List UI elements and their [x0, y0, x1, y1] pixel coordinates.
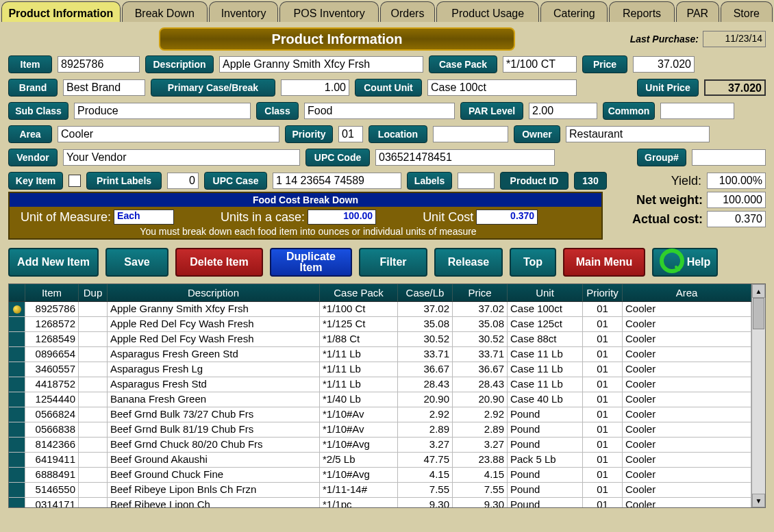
description-field[interactable]: Apple Granny Smith Xfcy Frsh — [219, 56, 423, 73]
filter-button[interactable]: Filter — [359, 248, 427, 277]
tab-par[interactable]: PAR — [676, 1, 719, 22]
location-field[interactable] — [433, 126, 508, 142]
grid-scrollbar[interactable]: ▲ ▼ — [751, 284, 765, 507]
print-labels-field[interactable]: 0 — [167, 173, 199, 189]
food-cost-breakdown-box: Food Cost Break Down Unit of Measure: Ea… — [8, 192, 603, 240]
upc-code-field[interactable]: 036521478451 — [375, 149, 555, 166]
owner-field[interactable]: Restaurant — [566, 126, 710, 142]
upc-code-button[interactable]: UPC Code — [305, 149, 370, 166]
labels-field[interactable] — [458, 173, 495, 189]
row-marker-icon — [13, 305, 21, 314]
tab-break-down[interactable]: Break Down — [122, 1, 208, 22]
add-new-item-button[interactable]: Add New Item — [8, 248, 99, 277]
priority-button[interactable]: Priority — [285, 125, 333, 143]
table-row[interactable]: 1268572Apple Red Del Fcy Wash Fresh*1/12… — [9, 317, 751, 332]
save-button[interactable]: Save — [105, 248, 168, 277]
unit-price-field: 37.020 — [704, 79, 766, 96]
unit-price-button[interactable]: Unit Price — [637, 79, 699, 97]
common-field[interactable] — [660, 103, 734, 119]
tab-reports[interactable]: Reports — [609, 1, 675, 22]
grid-header: Item Dup Description Case Pack Case/Lb P… — [9, 284, 751, 302]
vendor-field[interactable]: Your Vendor — [63, 149, 300, 166]
count-unit-button[interactable]: Count Unit — [355, 79, 422, 97]
location-button[interactable]: Location — [369, 125, 427, 143]
labels-button[interactable]: Labels — [407, 172, 452, 190]
scroll-thumb[interactable] — [753, 298, 764, 329]
item-field[interactable]: 8925786 — [58, 56, 140, 73]
primary-case-break-button[interactable]: Primary Case/Break — [151, 79, 275, 97]
table-row[interactable]: 0566824Beef Grnd Bulk 73/27 Chub Frs*1/1… — [9, 407, 751, 422]
last-purchase-label: Last Purchase: — [630, 34, 699, 45]
main-menu-button[interactable]: Main Menu — [563, 248, 645, 277]
scroll-up-icon[interactable]: ▲ — [752, 284, 765, 298]
subclass-button[interactable]: Sub Class — [8, 102, 68, 120]
class-button[interactable]: Class — [256, 102, 299, 120]
print-labels-button[interactable]: Print Labels — [86, 172, 162, 190]
upc-case-field[interactable]: 1 14 23654 74589 — [273, 173, 401, 189]
table-row[interactable]: 6888491Beef Ground Chuck Fine*1/10#Avg4.… — [9, 468, 751, 483]
group-field[interactable] — [692, 149, 766, 166]
uom-label: Unit of Measure: — [21, 210, 111, 225]
yield-field[interactable]: 100.00% — [707, 173, 766, 189]
table-row[interactable]: 0566838Beef Grnd Bulk 81/19 Chub Frs*1/1… — [9, 422, 751, 438]
duplicate-item-button[interactable]: DuplicateItem — [270, 248, 352, 277]
product-id-value: 130 — [574, 172, 607, 190]
casepack-field[interactable]: *1/100 CT — [503, 56, 577, 73]
vendor-button[interactable]: Vendor — [8, 149, 58, 166]
tab-product-information[interactable]: Product Information — [1, 1, 121, 22]
table-row[interactable]: 0314171Beef Ribeye Lipon Ch*1/1pc9.309.3… — [9, 498, 751, 507]
class-field[interactable]: Food — [304, 103, 455, 119]
table-row[interactable]: 5146550Beef Ribeye Lipon Bnls Ch Frzn*1/… — [9, 483, 751, 498]
product-id-label: Product ID — [500, 172, 569, 190]
table-row[interactable]: 1254440Banana Fresh Green*1/40 Lb20.9020… — [9, 392, 751, 407]
price-button[interactable]: Price — [582, 55, 627, 73]
delete-item-button[interactable]: Delete Item — [175, 248, 263, 277]
area-button[interactable]: Area — [8, 125, 52, 143]
actualcost-field[interactable]: 0.370 — [707, 211, 766, 227]
last-purchase-value: 11/23/14 — [703, 31, 766, 47]
table-row[interactable]: 6419411Beef Ground Akaushi*2/5 Lb47.7523… — [9, 453, 751, 468]
tab-catering[interactable]: Catering — [540, 1, 608, 22]
priority-field[interactable]: 01 — [338, 126, 363, 142]
uom-field[interactable]: Each — [114, 210, 174, 225]
netweight-label: Net weight: — [636, 193, 703, 207]
table-row[interactable]: 4418752Asparagus Fresh Std*1/11 Lb28.432… — [9, 377, 751, 392]
table-row[interactable]: 3460557Asparagus Fresh Lg*1/11 Lb36.6736… — [9, 362, 751, 377]
unitcost-field[interactable]: 0.370 — [476, 210, 538, 225]
key-item-button[interactable]: Key Item — [8, 172, 63, 190]
top-button[interactable]: Top — [510, 248, 556, 277]
tab-orders[interactable]: Orders — [380, 1, 435, 22]
subclass-field[interactable]: Produce — [74, 103, 251, 119]
tab-store[interactable]: Store — [721, 1, 773, 22]
primary-case-break-field[interactable]: 1.00 — [281, 79, 349, 96]
help-button[interactable]: Help — [652, 248, 718, 277]
tab-inventory[interactable]: Inventory — [209, 1, 279, 22]
owner-button[interactable]: Owner — [514, 125, 560, 143]
casepack-button[interactable]: Case Pack — [429, 55, 497, 73]
brand-button[interactable]: Brand — [8, 79, 58, 97]
yield-label: Yield: — [671, 174, 701, 188]
breakdown-title: Food Cost Break Down — [10, 193, 601, 207]
price-field[interactable]: 37.020 — [633, 56, 695, 73]
unitsincase-field[interactable]: 100.00 — [308, 210, 376, 225]
scroll-down-icon[interactable]: ▼ — [752, 494, 765, 507]
description-button[interactable]: Description — [145, 55, 214, 73]
item-button[interactable]: Item — [8, 55, 52, 73]
table-row[interactable]: 1268549Apple Red Del Fcy Wash Fresh*1/88… — [9, 332, 751, 347]
table-row[interactable]: 8925786Apple Granny Smith Xfcy Frsh*1/10… — [9, 302, 751, 317]
netweight-field[interactable]: 100.000 — [707, 192, 766, 208]
par-level-field[interactable]: 2.00 — [529, 103, 597, 119]
tab-product-usage[interactable]: Product Usage — [436, 1, 539, 22]
table-row[interactable]: 0896654Asparagus Fresh Green Std*1/11 Lb… — [9, 347, 751, 362]
group-button[interactable]: Group# — [637, 149, 686, 166]
table-row[interactable]: 8142366Beef Grnd Chuck 80/20 Chub Frs*1/… — [9, 438, 751, 453]
brand-field[interactable]: Best Brand — [63, 79, 145, 96]
key-item-checkbox[interactable] — [68, 175, 81, 187]
upc-case-button[interactable]: UPC Case — [204, 172, 267, 190]
tab-pos-inventory[interactable]: POS Inventory — [279, 1, 379, 22]
count-unit-field[interactable]: Case 100ct — [427, 79, 577, 96]
area-field[interactable]: Cooler — [58, 126, 279, 142]
common-button[interactable]: Common — [603, 102, 655, 120]
par-level-button[interactable]: PAR Level — [460, 102, 523, 120]
release-button[interactable]: Release — [434, 248, 503, 277]
